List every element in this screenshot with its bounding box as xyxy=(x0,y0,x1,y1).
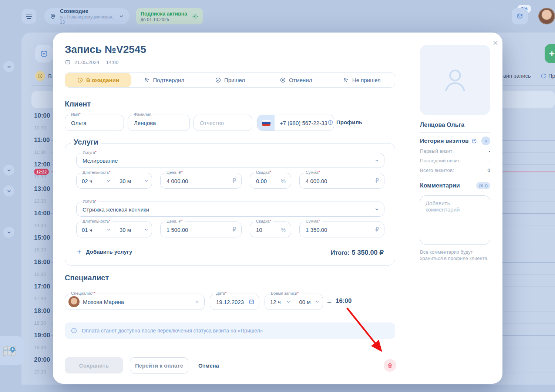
duration-minutes-select[interactable]: 30 м xyxy=(114,222,152,237)
calendar-view-button[interactable] xyxy=(35,45,53,62)
cancel-button[interactable]: Отмена xyxy=(196,357,222,374)
collapse-section-button[interactable] xyxy=(3,165,14,176)
duration-field[interactable]: Длительность* 01 ч 30 м xyxy=(76,222,152,237)
sum-value: 1 350.00 xyxy=(306,226,327,233)
price-label: Цена, ₽ xyxy=(166,219,181,223)
go-to-payment-button[interactable]: Перейти к оплате xyxy=(130,357,188,374)
map-button[interactable] xyxy=(0,336,24,365)
phone-value: +7 (980) 567-22-33 xyxy=(280,120,327,126)
appointment-date: 21.05.2024 xyxy=(74,60,100,65)
calendar-icon[interactable] xyxy=(249,299,255,305)
minutes-value: 30 м xyxy=(120,226,131,233)
divider xyxy=(420,177,490,177)
percent-suffix: % xyxy=(281,178,286,184)
header-label-partial[interactable]: Пр xyxy=(548,73,555,79)
time-range-dash: – xyxy=(327,298,331,306)
tab-confirmed[interactable]: Подтвердил xyxy=(131,73,197,87)
add-service-button[interactable]: Добавить услугу xyxy=(76,249,132,255)
refresh-icon[interactable] xyxy=(540,73,546,79)
collapse-section-button[interactable] xyxy=(3,185,14,196)
time-label: 15:30 xyxy=(34,246,46,254)
history-row: Последний визит: - xyxy=(420,158,490,163)
tab-pending[interactable]: В ожидании xyxy=(65,73,131,87)
duration-minutes-select[interactable]: 30 м xyxy=(114,173,152,188)
time-label: 12:00 xyxy=(34,161,50,168)
price-value: 4 000.00 xyxy=(166,178,188,184)
location-selector[interactable]: Созвездие ул. Новочеремушкинская, 13 xyxy=(44,8,130,24)
modal-title: Запись №V2545 xyxy=(65,44,146,55)
new-appointment-button[interactable]: + xyxy=(545,44,555,63)
sum-field[interactable]: Сумма* 4 000.00 ₽ xyxy=(299,173,384,189)
collapse-section-button[interactable] xyxy=(3,227,14,238)
middle-name-field[interactable]: Отчество xyxy=(194,115,252,131)
duration-field[interactable]: Длительность* 02 ч 30 м xyxy=(76,173,152,189)
gear-icon[interactable] xyxy=(192,13,198,20)
time-label: 20:00 xyxy=(34,356,50,364)
tab-cancelled[interactable]: Отменил xyxy=(263,73,329,87)
required-mark: * xyxy=(319,219,320,223)
price-field[interactable]: Цена, ₽* 1 500.00 ₽ xyxy=(160,222,242,237)
sum-label: Сумма xyxy=(306,170,319,175)
comments-title: Комментарии xyxy=(420,182,460,189)
start-time-field[interactable]: Время записи* 12 ч 00 м xyxy=(265,294,323,310)
duration-hours-select[interactable]: 02 ч xyxy=(77,173,114,188)
time-label: 17:00 xyxy=(34,283,50,290)
history-title: История визитов xyxy=(420,138,469,144)
service-select[interactable]: Услуга* Мелирование xyxy=(76,153,384,168)
history-label: Всего визитов: xyxy=(420,168,454,173)
first-name-field[interactable]: Имя* Ольга xyxy=(65,115,124,131)
save-button[interactable]: Сохранить xyxy=(65,357,123,374)
chevron-down-icon xyxy=(144,178,149,183)
history-label: Первый визит: xyxy=(420,148,454,154)
minutes-value: 00 м xyxy=(299,299,311,305)
total-label: Итого: xyxy=(331,250,349,256)
time-label: 15:00 xyxy=(34,234,50,241)
chevron-down-icon xyxy=(286,300,291,304)
tab-arrived[interactable]: Пришел xyxy=(197,73,263,87)
duration-hours-select[interactable]: 01 ч xyxy=(77,222,114,237)
history-row: Всего визитов: 0 xyxy=(420,168,490,173)
divider xyxy=(420,132,490,133)
service-select[interactable]: Услуга* Стрижка женская кончики xyxy=(76,202,384,217)
online-booking-label-partial[interactable]: айн-запись xyxy=(503,73,531,79)
currency-suffix: ₽ xyxy=(375,178,379,184)
phone-field[interactable]: +7 (980) 567-22-33 xyxy=(257,115,334,131)
comment-icon xyxy=(479,183,484,188)
calendar-icon xyxy=(65,59,71,65)
time-label: 16:30 xyxy=(34,271,46,278)
specialist-select[interactable]: Специалист* Мохова Марина xyxy=(65,294,205,310)
percent-suffix: % xyxy=(281,226,286,233)
discount-field[interactable]: Скидка* 0.00 % xyxy=(250,173,291,189)
discount-field[interactable]: Скидка* 10 % xyxy=(250,222,291,237)
collapse-section-button[interactable] xyxy=(3,61,14,72)
last-name-value: Ленцова xyxy=(134,120,156,126)
sum-value: 4 000.00 xyxy=(306,178,327,184)
comment-input[interactable] xyxy=(420,195,490,245)
profile-link-label: Профиль xyxy=(336,119,362,125)
required-mark: * xyxy=(225,291,226,295)
history-open-button[interactable] xyxy=(481,136,490,145)
date-field[interactable]: Дата* 19.12.2023 xyxy=(210,294,259,310)
menu-button[interactable] xyxy=(21,9,36,24)
time-hours-select[interactable]: 12 ч xyxy=(265,294,294,310)
tab-no-show[interactable]: Не пришел xyxy=(329,73,395,87)
sum-field[interactable]: Сумма* 1 350.00 ₽ xyxy=(299,222,384,237)
delete-appointment-button[interactable] xyxy=(384,359,396,372)
question-circle-icon[interactable] xyxy=(471,138,477,144)
end-time: 16:00 xyxy=(336,297,352,305)
side-client-name: Ленцова Ольга xyxy=(420,122,464,128)
learning-button[interactable] xyxy=(512,8,528,24)
country-selector[interactable] xyxy=(258,115,275,131)
profile-link[interactable]: Профиль xyxy=(327,119,362,125)
specialist-label: Специалист xyxy=(71,291,94,295)
user-avatar[interactable] xyxy=(538,8,555,24)
price-field[interactable]: Цена, ₽* 4 000.00 ₽ xyxy=(160,173,242,189)
required-mark: * xyxy=(319,170,320,175)
time-label: 12:30 xyxy=(34,173,46,180)
time-minutes-select[interactable]: 00 м xyxy=(294,294,323,310)
chevron-down-icon xyxy=(194,299,200,305)
close-icon[interactable] xyxy=(491,38,500,47)
hours-value: 12 ч xyxy=(270,299,281,305)
info-icon xyxy=(327,119,333,125)
last-name-field[interactable]: Фамилия Ленцова xyxy=(128,115,190,131)
